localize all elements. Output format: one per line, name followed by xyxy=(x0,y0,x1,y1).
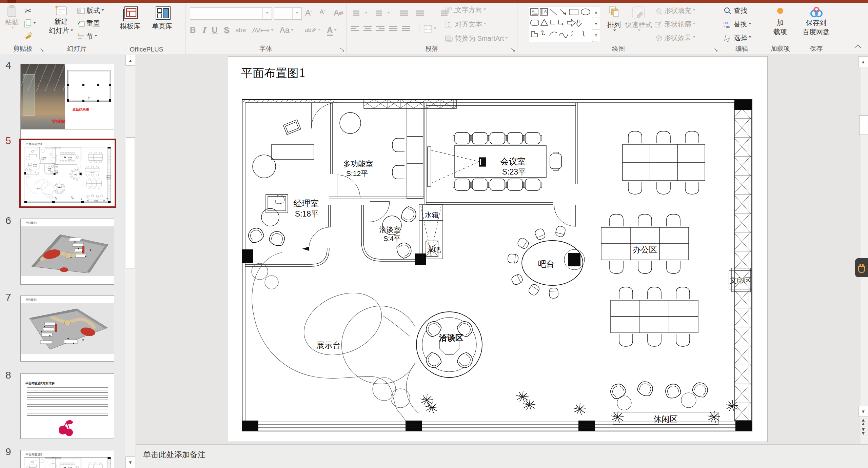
distributed-icon[interactable] xyxy=(402,25,411,33)
slide-9-thumbnail[interactable]: 平面布置图2 xyxy=(20,450,114,468)
underline-button[interactable]: U xyxy=(212,25,218,35)
find-icon xyxy=(723,7,732,15)
quick-styles-icon xyxy=(630,5,647,20)
slide-5-thumbnail-selected[interactable]: 平面布置图1 xyxy=(19,139,116,208)
bold-button[interactable]: B xyxy=(190,25,196,35)
slide-8-thumbnail[interactable]: 平面布置图1方案详解 xyxy=(20,373,114,439)
font-dialog-launcher-icon[interactable] xyxy=(340,47,345,52)
paste-button[interactable]: 粘贴 xyxy=(2,5,22,30)
officeplus-group-label: OfficePLUS xyxy=(108,46,185,53)
clear-format-button[interactable]: A xyxy=(334,8,344,18)
convert-smartart-button[interactable]: 转换为 SmartArt xyxy=(445,34,508,43)
layout-button[interactable]: 版式 xyxy=(77,6,104,15)
align-right-icon[interactable] xyxy=(376,25,385,33)
arrange-button[interactable]: 排列 xyxy=(605,5,624,33)
slide-5-floorplan-mini xyxy=(24,147,111,203)
new-slide-label-2: 幻灯片 xyxy=(49,26,73,35)
columns-caret-icon[interactable] xyxy=(434,27,436,30)
single-page-library-button[interactable]: 单页库 xyxy=(148,5,176,31)
section-button[interactable]: ✶ 节 xyxy=(77,32,97,41)
shape-gallery[interactable]: A A xyxy=(529,6,593,42)
italic-button[interactable]: I xyxy=(202,25,205,35)
slide-4-thumbnail[interactable]: 原始结构图 现场视频 xyxy=(20,64,114,129)
addins-button[interactable]: 加 载项 xyxy=(768,5,792,37)
notes-pane[interactable]: 单击此处添加备注 xyxy=(136,444,868,468)
font-size-combo[interactable] xyxy=(274,7,302,20)
increase-indent-icon[interactable] xyxy=(416,9,425,17)
char-spacing-caret-icon xyxy=(271,29,274,32)
section-icon: ✶ xyxy=(77,33,85,40)
panel-scroll-up-button[interactable]: ▲ xyxy=(125,55,135,66)
shape-fill-icon xyxy=(654,7,663,15)
section-caret-icon xyxy=(95,35,97,38)
align-left-icon[interactable] xyxy=(351,25,359,33)
shape-scroll-up-button[interactable]: ▴ xyxy=(592,6,600,18)
floor-plan-object[interactable] xyxy=(242,99,752,431)
bullets-caret-icon[interactable] xyxy=(365,12,368,15)
panel-scroll-down-button[interactable]: ▼ xyxy=(125,456,135,468)
new-slide-button[interactable]: ✶ 新建 幻灯片 xyxy=(48,5,74,35)
drawing-dialog-launcher-icon[interactable] xyxy=(713,47,718,52)
font-color-button[interactable]: A xyxy=(327,25,337,35)
main-scrollbar[interactable] xyxy=(861,56,868,444)
slide-7-thumbnail[interactable]: 空间草图: xyxy=(20,296,114,362)
numbering-caret-icon[interactable] xyxy=(387,12,390,15)
font-name-combo[interactable] xyxy=(190,7,272,20)
strikethrough-button[interactable]: abe xyxy=(235,26,246,34)
shape-scroll-down-button[interactable]: ▾ xyxy=(592,18,600,29)
grow-font-button[interactable]: Aˆ xyxy=(305,8,312,18)
decrease-indent-icon[interactable] xyxy=(400,9,409,17)
slide-4-number: 4 xyxy=(5,60,18,71)
slide-8-paragraph-4 xyxy=(27,413,108,418)
slide-7-number: 7 xyxy=(5,291,18,303)
align-text-button[interactable]: 对齐文本 xyxy=(445,20,486,29)
arrange-caret-icon xyxy=(613,29,616,33)
shrink-font-button[interactable]: Aˇ xyxy=(319,8,325,16)
ribbon-group-editing: 查找 abac 替换 选择 编辑 xyxy=(720,3,764,54)
floating-plugin-widget[interactable] xyxy=(855,258,868,277)
arrange-icon xyxy=(608,5,620,20)
reset-button[interactable]: 重置 xyxy=(77,19,100,28)
select-button[interactable]: 选择 xyxy=(723,33,751,42)
save-to-baidu-button[interactable]: 保存到 百度网盘 xyxy=(800,5,833,37)
svg-text:A: A xyxy=(532,9,534,14)
text-shadow-button[interactable]: S xyxy=(224,25,229,35)
next-slide-button[interactable]: ▼▼ xyxy=(859,428,867,435)
panel-scrollbar-thumb[interactable] xyxy=(126,137,135,268)
justify-icon[interactable] xyxy=(389,25,398,33)
change-case-button[interactable]: Aa xyxy=(280,25,294,35)
char-spacing-button[interactable]: AV⟷ xyxy=(252,26,274,34)
shape-gallery-more-button[interactable]: ⇟ xyxy=(592,29,600,41)
shape-outline-button[interactable]: 形状轮廓 xyxy=(654,20,695,29)
columns-icon[interactable] xyxy=(423,25,432,33)
slide-6-thumbnail[interactable]: 空间草图: xyxy=(20,219,114,285)
slide-title-textbox[interactable]: 平面布置图1 xyxy=(241,65,306,81)
text-direction-button[interactable]: A 文字方向 xyxy=(445,5,486,15)
highlight-button[interactable]: ab xyxy=(305,27,321,34)
quick-styles-button[interactable]: 快速样式 xyxy=(625,5,652,33)
numbering-icon[interactable] xyxy=(373,9,382,17)
cut-button[interactable]: ✂ xyxy=(24,6,31,16)
format-painter-button[interactable] xyxy=(24,32,33,40)
find-button[interactable]: 查找 xyxy=(723,6,747,15)
main-scrollbar-thumb[interactable] xyxy=(859,115,868,135)
main-scroll-up-button[interactable]: ▲ xyxy=(859,56,868,67)
font-size-caret-icon[interactable] xyxy=(292,8,301,19)
slide-6-render xyxy=(21,226,114,276)
shape-effects-button[interactable]: 形状效果 xyxy=(654,33,695,42)
clipboard-dialog-launcher-icon[interactable] xyxy=(39,47,44,52)
paragraph-group-label: 段落 xyxy=(347,44,517,53)
replace-button[interactable]: abac 替换 xyxy=(723,20,751,29)
align-center-icon[interactable] xyxy=(363,25,372,33)
main-scroll-down-button[interactable]: ▼ xyxy=(859,406,868,417)
font-group-label: 字体 xyxy=(185,44,347,53)
paragraph-dialog-launcher-icon[interactable] xyxy=(510,47,515,52)
bullets-icon[interactable] xyxy=(351,9,359,17)
shape-fill-button[interactable]: 形状填充 xyxy=(654,6,695,15)
previous-slide-button[interactable]: ▲▲ xyxy=(859,418,867,426)
copy-button[interactable] xyxy=(24,19,36,28)
template-library-button[interactable]: 模板库 xyxy=(116,5,144,31)
font-name-caret-icon[interactable] xyxy=(262,8,272,19)
slide-canvas[interactable]: 平面布置图1 xyxy=(228,56,768,442)
collapse-ribbon-chevron-icon[interactable] xyxy=(854,44,862,49)
